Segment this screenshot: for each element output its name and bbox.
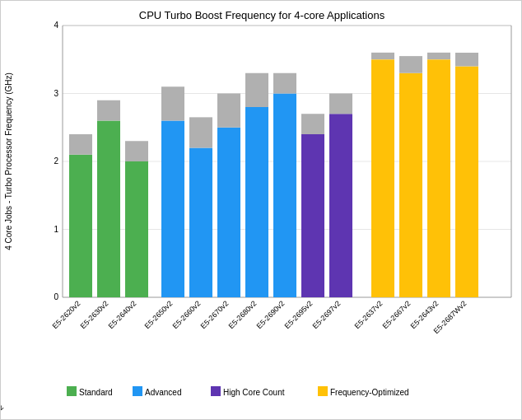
svg-text:E5-2680v2: E5-2680v2 [227,299,259,330]
bar-E5-2697v2-main [329,114,352,297]
bar-E5-2690v2-gray [273,73,296,94]
x-axis-labels: E5-2620v2 E5-2630v2 E5-2640v2 E5-2650v2 … [51,299,468,335]
legend-advanced-label: Advanced [145,388,181,397]
bar-E5-2660v2-main [189,148,212,298]
legend-advanced-icon [133,386,142,396]
y-tick-0: 0 [54,292,58,301]
legend-highcore-label: High Core Count [223,388,285,397]
chart-title: CPU Turbo Boost Frequency for 4-core App… [139,9,385,21]
svg-text:E5-2620v2: E5-2620v2 [51,299,82,330]
bar-E5-2640v2-main [125,161,148,297]
y-tick-2: 2 [54,156,58,166]
bar-E5-2620v2-main [69,155,92,297]
svg-text:E5-2695v2: E5-2695v2 [283,299,315,330]
legend-standard-icon [67,386,77,396]
bar-E5-2690v2-label: E5-2690v2 [1,403,5,420]
bar-E5-2680v2-gray [245,73,268,107]
bar-E5-2630v2-main [97,121,120,298]
bar-E5-2687Wv2-main [455,67,478,298]
bar-E5-2690v2-main [273,94,296,298]
legend-freqopt-label: Frequency-Optimized [330,388,409,397]
svg-text:E5-2640v2: E5-2640v2 [107,299,138,330]
svg-text:E5-2660v2: E5-2660v2 [171,299,203,330]
bar-E5-2670v2-main [217,128,240,297]
y-tick-1: 1 [54,225,58,234]
bar-E5-2630v2-gray [97,100,120,121]
bar-E5-2620v2-gray [69,134,92,155]
chart-svg: CPU Turbo Boost Frequency for 4-core App… [1,1,522,420]
bar-E5-2667v2-gray [399,56,422,73]
svg-text:E5-2670v2: E5-2670v2 [199,299,231,330]
bar-E5-2660v2-gray [189,117,212,147]
bar-E5-2680v2-main [245,107,268,297]
svg-text:E5-2650v2: E5-2650v2 [143,299,175,330]
svg-text:E5-2667v2: E5-2667v2 [381,299,412,330]
y-axis-label: 4 Core Jobs - Turbo Processor Frequency … [4,72,13,250]
legend-freqopt-icon [318,386,328,396]
y-tick-4: 4 [54,21,58,30]
bar-E5-2697v2-gray [329,94,352,114]
bar-E5-2687Wv2-gray [455,53,478,67]
bar-E5-2643v2-main [427,59,450,297]
svg-text:E5-2630v2: E5-2630v2 [79,299,110,330]
bar-E5-2695v2-gray [301,114,324,134]
bar-E5-2667v2-main [399,73,422,297]
svg-text:E5-2690v2: E5-2690v2 [255,299,287,330]
bar-E5-2643v2-gray [427,53,450,59]
bar-E5-2670v2-gray [217,94,240,128]
y-tick-3: 3 [54,89,58,98]
bar-E5-2695v2-main [301,134,324,297]
legend-highcore-icon [211,386,221,396]
bar-E5-2637v2-main [371,59,394,297]
svg-text:E5-2637v2: E5-2637v2 [353,299,385,330]
chart-container: CPU Turbo Boost Frequency for 4-core App… [0,0,522,420]
svg-text:E5-2697v2: E5-2697v2 [311,299,343,330]
legend-standard-label: Standard [79,388,113,397]
bar-E5-2650v2-main [161,121,184,298]
bar-E5-2650v2-gray [161,86,184,120]
bar-E5-2637v2-gray [371,53,394,59]
bar-E5-2640v2-gray [125,141,148,161]
